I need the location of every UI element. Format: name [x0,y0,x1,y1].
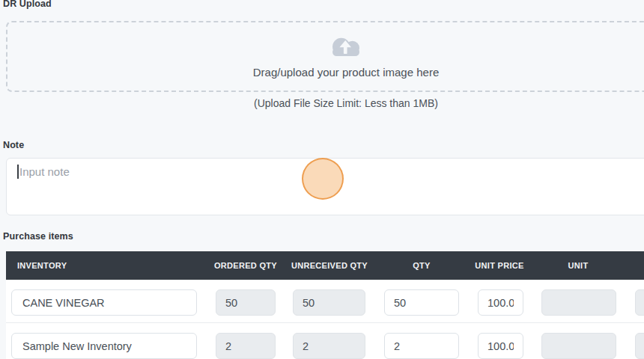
header-unit: UNIT [568,261,589,270]
purchase-items-table: INVENTORY ORDERED QTY UNRECEIVED QTY QTY… [6,251,644,359]
note-field-container [6,158,644,215]
upload-dropzone[interactable]: Drag/upload your product image here [6,21,644,92]
unreceived-qty-input [293,289,365,316]
header-unit-price: UNIT PRICE [475,261,523,270]
qty-input[interactable] [384,333,459,359]
upload-size-limit: (Upload File Size Limit: Less than 1MB) [6,97,644,109]
header-qty: QTY [413,261,431,270]
extra-column-input [635,289,644,316]
unit-price-input[interactable] [478,333,523,359]
upload-drop-text: Drag/upload your product image here [253,66,439,79]
purchase-order-form: DR Upload Drag/upload your product image… [0,0,644,359]
ordered-qty-input [216,289,276,316]
dr-upload-label: DR Upload [3,0,52,9]
unit-input [541,333,616,359]
note-textarea[interactable] [7,159,644,215]
inventory-input[interactable] [11,289,197,316]
inventory-input[interactable] [11,333,197,359]
ordered-qty-input [216,333,276,359]
table-row [6,280,644,323]
purchase-items-label: Purchase items [3,231,73,242]
unreceived-qty-input [293,333,365,359]
header-unreceived-qty: UNRECEIVED QTY [291,261,368,270]
table-header-row: INVENTORY ORDERED QTY UNRECEIVED QTY QTY… [6,251,644,280]
table-row [6,323,644,359]
unit-price-input[interactable] [478,289,523,316]
header-inventory: INVENTORY [17,261,67,270]
header-ordered-qty: ORDERED QTY [214,261,277,270]
note-label: Note [3,140,24,150]
unit-input [541,289,616,316]
cloud-upload-icon [327,31,365,60]
qty-input[interactable] [384,289,459,316]
text-cursor [17,165,19,179]
extra-column-input [635,333,644,359]
